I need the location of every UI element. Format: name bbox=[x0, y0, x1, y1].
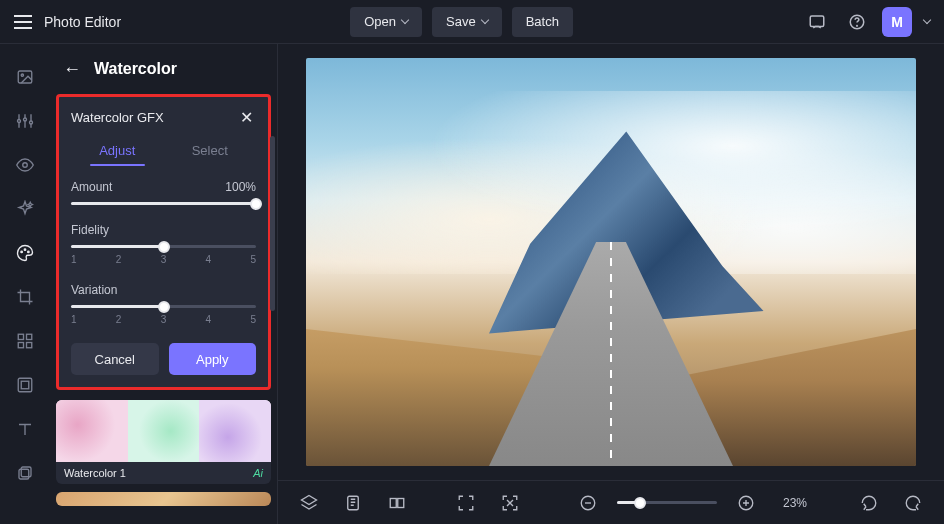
zoom-value: 23% bbox=[775, 496, 815, 510]
tool-rail bbox=[0, 44, 50, 524]
layers-icon[interactable] bbox=[294, 488, 324, 518]
amount-slider[interactable] bbox=[71, 202, 256, 205]
close-icon[interactable]: ✕ bbox=[236, 107, 256, 127]
zoom-in-icon[interactable] bbox=[731, 488, 761, 518]
tab-adjust[interactable]: Adjust bbox=[71, 137, 164, 164]
svg-point-11 bbox=[28, 251, 30, 253]
gfx-title: Watercolor GFX bbox=[71, 110, 164, 125]
fit-screen-icon[interactable] bbox=[451, 488, 481, 518]
svg-point-2 bbox=[857, 25, 858, 26]
side-panel: ← Watercolor Watercolor GFX ✕ Adjust Sel… bbox=[50, 44, 278, 524]
actual-size-icon[interactable] bbox=[495, 488, 525, 518]
ai-badge: Ai bbox=[253, 467, 263, 479]
svg-point-4 bbox=[21, 74, 23, 76]
watercolor-gfx-panel: Watercolor GFX ✕ Adjust Select Amount100… bbox=[56, 94, 271, 390]
undo-icon[interactable] bbox=[854, 488, 884, 518]
cancel-button[interactable]: Cancel bbox=[71, 343, 159, 375]
svg-point-5 bbox=[18, 120, 21, 123]
zoom-out-icon[interactable] bbox=[573, 488, 603, 518]
canvas-image[interactable] bbox=[306, 58, 916, 466]
redo-icon[interactable] bbox=[898, 488, 928, 518]
svg-rect-12 bbox=[18, 334, 23, 339]
back-arrow-icon[interactable]: ← bbox=[60, 57, 84, 81]
svg-rect-18 bbox=[21, 467, 31, 477]
preset-label: Watercolor 1 bbox=[64, 467, 126, 479]
svg-rect-15 bbox=[27, 343, 32, 348]
image-tool-icon[interactable] bbox=[14, 66, 36, 88]
variation-slider[interactable] bbox=[71, 305, 256, 308]
svg-rect-3 bbox=[18, 71, 32, 83]
svg-rect-22 bbox=[398, 498, 404, 507]
zoom-slider[interactable] bbox=[617, 501, 717, 504]
chevron-down-icon bbox=[480, 16, 488, 24]
svg-rect-13 bbox=[27, 334, 32, 339]
history-icon[interactable] bbox=[338, 488, 368, 518]
canvas-area: 23% bbox=[278, 44, 944, 524]
text-tool-icon[interactable] bbox=[14, 418, 36, 440]
help-icon[interactable] bbox=[842, 7, 872, 37]
hamburger-icon[interactable] bbox=[14, 12, 34, 32]
chevron-down-icon[interactable] bbox=[923, 16, 931, 24]
open-button[interactable]: Open bbox=[350, 7, 422, 37]
preset-thumbnail bbox=[56, 400, 271, 462]
svg-rect-20 bbox=[348, 496, 359, 510]
layers-tool-icon[interactable] bbox=[14, 462, 36, 484]
apply-button[interactable]: Apply bbox=[169, 343, 257, 375]
avatar[interactable]: M bbox=[882, 7, 912, 37]
topbar: Photo Editor Open Save Batch M bbox=[0, 0, 944, 44]
svg-point-6 bbox=[24, 118, 27, 121]
preset-watercolor-1[interactable]: Watercolor 1Ai bbox=[56, 400, 271, 484]
svg-rect-21 bbox=[390, 498, 396, 507]
compare-icon[interactable] bbox=[382, 488, 412, 518]
fidelity-label: Fidelity bbox=[71, 223, 109, 237]
chevron-down-icon bbox=[401, 16, 409, 24]
svg-rect-16 bbox=[18, 378, 32, 392]
adjust-tool-icon[interactable] bbox=[14, 110, 36, 132]
frame-tool-icon[interactable] bbox=[14, 374, 36, 396]
save-button[interactable]: Save bbox=[432, 7, 502, 37]
variation-label: Variation bbox=[71, 283, 117, 297]
svg-point-9 bbox=[21, 251, 23, 253]
layout-tool-icon[interactable] bbox=[14, 330, 36, 352]
tab-select[interactable]: Select bbox=[164, 137, 257, 164]
crop-tool-icon[interactable] bbox=[14, 286, 36, 308]
amount-label: Amount bbox=[71, 180, 112, 194]
svg-rect-0 bbox=[810, 16, 824, 27]
svg-point-10 bbox=[24, 249, 26, 251]
svg-rect-14 bbox=[18, 343, 23, 348]
svg-point-8 bbox=[23, 163, 28, 168]
app-title: Photo Editor bbox=[44, 14, 121, 30]
batch-button[interactable]: Batch bbox=[512, 7, 573, 37]
svg-rect-19 bbox=[19, 469, 29, 479]
eye-tool-icon[interactable] bbox=[14, 154, 36, 176]
palette-tool-icon[interactable] bbox=[14, 242, 36, 264]
preset-next[interactable] bbox=[56, 492, 271, 506]
fidelity-slider[interactable] bbox=[71, 245, 256, 248]
bottom-bar: 23% bbox=[278, 480, 944, 524]
panel-title: Watercolor bbox=[94, 60, 177, 78]
scrollbar[interactable] bbox=[270, 136, 275, 311]
svg-point-7 bbox=[30, 121, 33, 124]
feedback-icon[interactable] bbox=[802, 7, 832, 37]
sparkle-tool-icon[interactable] bbox=[14, 198, 36, 220]
svg-rect-17 bbox=[21, 381, 29, 389]
amount-value: 100% bbox=[225, 180, 256, 194]
